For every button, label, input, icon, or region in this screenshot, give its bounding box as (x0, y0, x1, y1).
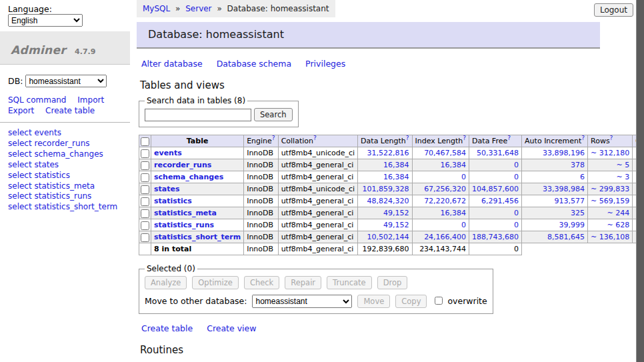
index-length-link[interactable]: 72,220,672 (424, 197, 466, 205)
copy-button[interactable]: Copy (395, 295, 427, 308)
vertical-scrollbar[interactable] (636, 0, 644, 362)
breadcrumb-mysql-link[interactable]: MySQL (143, 4, 170, 13)
sidebar-link-import[interactable]: Import (77, 95, 104, 105)
data-free-link[interactable]: 0 (514, 173, 519, 181)
data-length-link[interactable]: 48,824,320 (367, 197, 409, 205)
auto-increment-link[interactable]: 39,999 (559, 221, 585, 229)
column-help-link[interactable]: ? (610, 135, 613, 141)
table-name-link[interactable]: schema_changes (154, 173, 223, 181)
data-length-link[interactable]: 10,502,144 (367, 233, 409, 241)
rows-count-link[interactable]: ~ 299,833 (591, 185, 629, 193)
row-checkbox[interactable] (141, 185, 149, 194)
index-length-link[interactable]: 67,256,320 (424, 185, 466, 193)
auto-increment-link[interactable]: 378 (571, 161, 585, 169)
sidebar-link-export[interactable]: Export (8, 106, 34, 115)
rows-count-link[interactable]: ~ 244 (607, 209, 629, 217)
auto-increment-link[interactable]: 33,898,196 (543, 149, 585, 157)
table-name-link[interactable]: statistics (154, 197, 192, 205)
row-checkbox[interactable] (141, 233, 149, 242)
column-help-link[interactable]: ? (581, 135, 585, 141)
optimize-button[interactable]: Optimize (192, 276, 239, 289)
data-free-link[interactable]: 0 (514, 161, 519, 169)
table-name-link[interactable]: states (154, 185, 180, 193)
sidebar-item-select-statistics-runs[interactable]: select statistics_runs (8, 191, 123, 202)
column-help-link[interactable]: ? (313, 135, 317, 141)
data-free-link[interactable]: 6,291,456 (481, 197, 519, 205)
row-checkbox[interactable] (141, 149, 149, 158)
sidebar-item-select-statistics-meta[interactable]: select statistics_meta (8, 181, 123, 192)
select-all-checkbox[interactable] (141, 137, 149, 146)
index-length-link[interactable]: 16,384 (441, 161, 467, 169)
row-checkbox[interactable] (141, 221, 149, 230)
move-db-select[interactable]: homeassistant (252, 295, 352, 308)
data-free-link[interactable]: 50,331,648 (477, 149, 519, 157)
language-select[interactable]: English (8, 14, 83, 27)
rows-count-link[interactable]: ~ 5 (616, 161, 629, 169)
move-button[interactable]: Move (357, 295, 390, 308)
search-button[interactable]: Search (254, 108, 293, 121)
repair-button[interactable]: Repair (285, 276, 321, 289)
column-help-link[interactable]: ? (272, 135, 275, 141)
drop-button[interactable]: Drop (377, 276, 408, 289)
data-free-link[interactable]: 188,743,680 (472, 233, 519, 241)
row-checkbox[interactable] (141, 173, 149, 182)
index-length-link[interactable]: 24,166,400 (424, 233, 466, 241)
check-button[interactable]: Check (244, 276, 279, 289)
data-length-link[interactable]: 31,522,816 (367, 149, 409, 157)
column-help-link[interactable]: ? (406, 135, 409, 141)
column-help-link[interactable]: ? (507, 135, 511, 141)
create-view-link[interactable]: Create view (207, 323, 256, 333)
table-name-link[interactable]: statistics_short_term (154, 233, 241, 241)
sidebar-item-select-statistics[interactable]: select statistics (8, 171, 123, 181)
auto-increment-link[interactable]: 325 (571, 209, 585, 217)
data-free-link[interactable]: 0 (514, 209, 519, 217)
truncate-button[interactable]: Truncate (327, 276, 372, 289)
search-input[interactable] (145, 109, 251, 121)
data-length-link[interactable]: 16,384 (383, 161, 409, 169)
sidebar-item-select-states[interactable]: select states (8, 160, 123, 171)
database-schema-link[interactable]: Database schema (217, 59, 291, 69)
overwrite-checkbox[interactable] (435, 297, 443, 305)
sidebar-item-select-events[interactable]: select events (8, 128, 123, 139)
sidebar-item-select-schema-changes[interactable]: select schema_changes (8, 149, 123, 160)
row-checkbox[interactable] (141, 197, 149, 206)
sidebar-link-create-table[interactable]: Create table (45, 106, 95, 115)
index-length-cell: 0 (412, 219, 469, 231)
sidebar-item-select-recorder-runs[interactable]: select recorder_runs (8, 139, 123, 149)
auto-increment-link[interactable]: 8,581,645 (547, 233, 585, 241)
data-free-link[interactable]: 0 (514, 221, 519, 229)
table-name-link[interactable]: statistics_meta (154, 209, 217, 217)
rows-count-link[interactable]: ~ 569,159 (591, 197, 629, 205)
data-length-link[interactable]: 16,384 (383, 173, 409, 181)
auto-increment-link[interactable]: 6 (580, 173, 585, 181)
index-length-link[interactable]: 0 (461, 173, 466, 181)
table-name-link[interactable]: events (154, 149, 182, 157)
overwrite-label[interactable]: overwrite (447, 296, 487, 306)
sidebar-link-sql-command[interactable]: SQL command (8, 95, 66, 105)
row-checkbox[interactable] (141, 161, 149, 170)
create-table-link[interactable]: Create table (141, 323, 193, 333)
sidebar-item-select-statistics-short-term[interactable]: select statistics_short_term (8, 202, 123, 213)
column-help-link[interactable]: ? (463, 135, 466, 141)
index-length-link[interactable]: 16,384 (441, 209, 467, 217)
index-length-link[interactable]: 70,467,584 (424, 149, 466, 157)
table-name-link[interactable]: statistics_runs (154, 221, 214, 229)
breadcrumb-server-link[interactable]: Server (185, 4, 211, 13)
row-checkbox[interactable] (141, 209, 149, 218)
data-free-link[interactable]: 104,857,600 (472, 185, 519, 193)
rows-count-link[interactable]: ~ 312,180 (591, 149, 629, 157)
auto-increment-link[interactable]: 33,398,984 (543, 185, 585, 193)
table-name-link[interactable]: recorder_runs (154, 161, 211, 169)
rows-count-link[interactable]: ~ 628 (607, 221, 629, 229)
db-select[interactable]: homeassistant (25, 75, 107, 87)
rows-count-link[interactable]: ~ 136,108 (591, 233, 629, 241)
alter-database-link[interactable]: Alter database (141, 59, 203, 69)
auto-increment-link[interactable]: 913,577 (555, 197, 585, 205)
rows-count-link[interactable]: ~ 3 (616, 173, 629, 181)
data-length-link[interactable]: 49,152 (383, 221, 409, 229)
analyze-button[interactable]: Analyze (145, 276, 187, 289)
data-length-link[interactable]: 49,152 (383, 209, 409, 217)
privileges-link[interactable]: Privileges (305, 59, 345, 69)
data-length-link[interactable]: 101,859,328 (363, 185, 409, 193)
index-length-link[interactable]: 0 (461, 221, 466, 229)
